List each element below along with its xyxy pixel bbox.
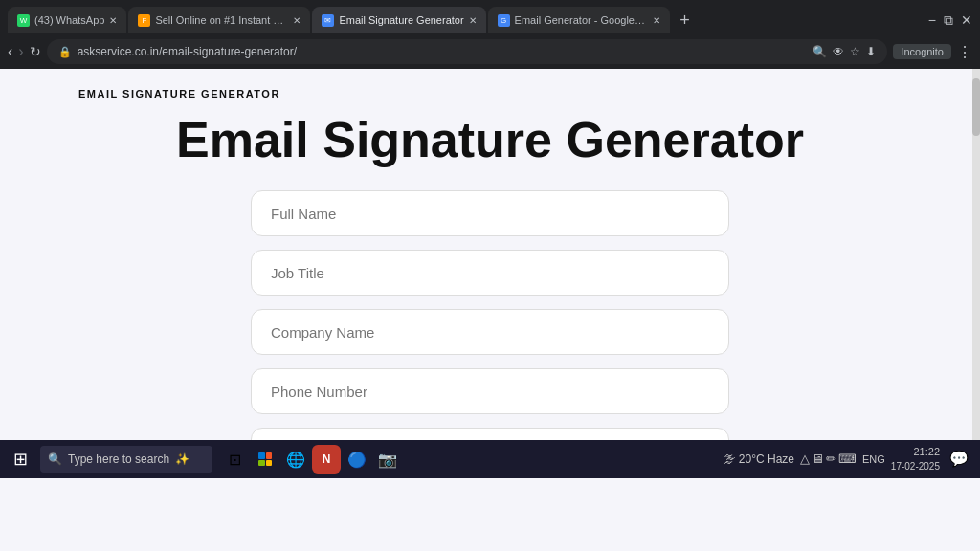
tray-icon-monitor[interactable]: 🖥 xyxy=(812,452,824,466)
clock-date: 17-02-2025 xyxy=(891,460,940,474)
back-button[interactable]: ‹ xyxy=(8,43,12,60)
full-name-input[interactable] xyxy=(251,190,729,236)
main-title: Email Signature Generator xyxy=(78,113,902,167)
taskbar: ⊞ 🔍 Type here to search ✨ ⊡ 🌐 N 🔵 📷 xyxy=(0,440,980,478)
eye-slash-icon: 👁 xyxy=(833,45,844,58)
more-options-icon[interactable]: ⋮ xyxy=(957,43,972,61)
weather-icon: 🌫 xyxy=(724,452,735,466)
tray-icon-keyboard[interactable]: ⌨ xyxy=(838,452,857,466)
taskbar-clock: 21:22 17-02-2025 xyxy=(891,445,940,473)
taskbar-search-box[interactable]: 🔍 Type here to search ✨ xyxy=(40,446,212,473)
taskbar-icon-start2[interactable] xyxy=(251,445,279,474)
minimize-button[interactable]: − xyxy=(928,12,936,28)
clock-time: 21:22 xyxy=(891,445,940,459)
tab-close-icon[interactable]: ✕ xyxy=(469,15,477,26)
maximize-button[interactable]: ⧉ xyxy=(944,12,953,29)
search-icon: 🔍 xyxy=(813,45,827,58)
form-container xyxy=(251,190,729,474)
bookmark-icon[interactable]: ☆ xyxy=(850,45,860,58)
sell-favicon: F xyxy=(138,14,150,27)
tab-label: Email Signature Generator xyxy=(339,14,463,26)
scrollbar-track[interactable] xyxy=(972,69,980,478)
tab-sell-online[interactable]: F Sell Online on #1 Instant Delive... ✕ xyxy=(128,7,310,33)
tab-bar: W (43) WhatsApp ✕ F Sell Online on #1 In… xyxy=(0,0,980,34)
system-tray-icons: △ 🖥 ✏ ⌨ xyxy=(800,452,857,466)
address-text: askservice.co.in/email-signature-generat… xyxy=(78,45,808,58)
forward-button[interactable]: › xyxy=(18,43,23,60)
sparkle-icon: ✨ xyxy=(175,452,189,466)
email-sig-favicon: ✉ xyxy=(322,14,334,27)
taskbar-right-section: 🌫 20°C Haze △ 🖥 ✏ ⌨ ENG 21:22 17-02-2025… xyxy=(724,445,976,473)
tab-whatsapp[interactable]: W (43) WhatsApp ✕ xyxy=(8,7,126,33)
taskbar-icon-app3[interactable]: 📷 xyxy=(373,445,402,474)
tab-label: (43) WhatsApp xyxy=(34,14,104,26)
taskbar-icon-chrome[interactable]: 🌐 xyxy=(281,445,310,474)
tab-label: Sell Online on #1 Instant Delive... xyxy=(155,14,288,26)
tab-close-icon[interactable]: ✕ xyxy=(109,15,117,26)
address-bar[interactable]: 🔒 askservice.co.in/email-signature-gener… xyxy=(47,39,888,64)
tab-label: Email Generator - Google Sear... xyxy=(515,14,648,26)
weather-text: 20°C Haze xyxy=(739,452,794,466)
page-content: EMAIL SIGNATURE GENERATOR Email Signatur… xyxy=(0,69,980,478)
browser-chrome: W (43) WhatsApp ✕ F Sell Online on #1 In… xyxy=(0,0,980,478)
taskbar-icon-task-view[interactable]: ⊡ xyxy=(220,445,249,474)
tab-close-icon[interactable]: ✕ xyxy=(653,15,660,26)
phone-number-input[interactable] xyxy=(251,368,729,414)
taskbar-icon-app2[interactable]: 🔵 xyxy=(343,445,371,474)
tray-icon-1[interactable]: △ xyxy=(800,452,810,466)
address-bar-row: ‹ › ↻ 🔒 askservice.co.in/email-signature… xyxy=(0,34,980,69)
taskbar-icons-group: ⊡ 🌐 N 🔵 📷 xyxy=(220,445,402,474)
tab-google-search[interactable]: G Email Generator - Google Sear... ✕ xyxy=(488,7,670,33)
tab-close-icon[interactable]: ✕ xyxy=(293,15,301,26)
job-title-input[interactable] xyxy=(251,250,729,296)
reload-button[interactable]: ↻ xyxy=(30,44,41,59)
taskbar-icon-app1[interactable]: N xyxy=(312,445,341,474)
download-icon[interactable]: ⬇ xyxy=(866,45,876,58)
incognito-button[interactable]: Incognito xyxy=(893,44,951,59)
scrollbar-thumb[interactable] xyxy=(972,78,980,136)
company-name-input[interactable] xyxy=(251,309,729,355)
close-button[interactable]: ✕ xyxy=(961,12,972,28)
language-indicator: ENG xyxy=(862,453,885,465)
new-tab-button[interactable]: + xyxy=(672,7,699,33)
tray-icon-pen[interactable]: ✏ xyxy=(826,452,836,466)
taskbar-search-text: Type here to search xyxy=(68,452,169,466)
lock-icon: 🔒 xyxy=(58,46,72,58)
tab-email-sig[interactable]: ✉ Email Signature Generator ✕ xyxy=(312,7,485,33)
whatsapp-favicon: W xyxy=(17,14,30,27)
start-button[interactable]: ⊞ xyxy=(4,443,36,475)
taskbar-weather: 🌫 20°C Haze xyxy=(724,452,794,466)
notification-button[interactable]: 💬 xyxy=(946,446,972,473)
site-header: EMAIL SIGNATURE GENERATOR xyxy=(78,88,902,99)
taskbar-search-icon: 🔍 xyxy=(48,452,62,466)
google-favicon: G xyxy=(498,14,510,27)
